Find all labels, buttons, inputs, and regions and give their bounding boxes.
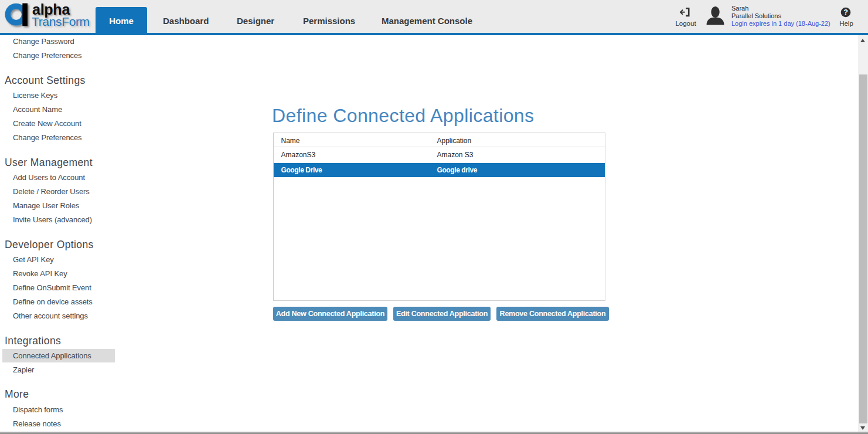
svg-text:?: ? xyxy=(843,8,848,16)
